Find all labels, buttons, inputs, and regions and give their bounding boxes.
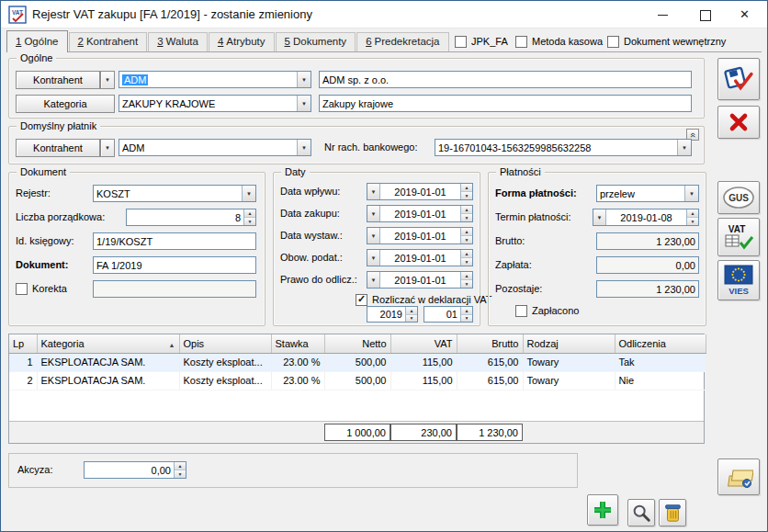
table-cell: 2: [9, 371, 37, 390]
date-spinner[interactable]: [460, 228, 472, 243]
chevron-down-icon[interactable]: [242, 186, 255, 201]
calendar-dropdown-icon[interactable]: [367, 206, 380, 221]
korekta-option[interactable]: Korekta: [16, 282, 67, 295]
dokument-number-field[interactable]: FA 1/2019: [93, 256, 256, 274]
tab-predekretacja[interactable]: 6Predekretacja: [356, 32, 448, 51]
tab-kontrahent[interactable]: 2Kontrahent: [69, 32, 148, 51]
maximize-button[interactable]: [690, 1, 721, 28]
table-cell: 500,00: [324, 353, 390, 371]
column-header[interactable]: Netto: [324, 334, 390, 353]
tab-dokumenty[interactable]: 5Dokumenty: [276, 32, 356, 51]
metoda-kasowa-checkbox[interactable]: [515, 36, 527, 48]
date-spinner[interactable]: [460, 250, 472, 266]
column-header[interactable]: Opis: [179, 334, 271, 353]
id-ksiegowy-field[interactable]: 1/19/KOSZT: [93, 232, 256, 250]
rok-field[interactable]: 2019: [367, 306, 418, 323]
zaplacono-option[interactable]: Zapłacono: [515, 304, 579, 317]
save-button[interactable]: [717, 58, 760, 100]
nr-rach-combo[interactable]: 19-16701043-1563259985632258: [435, 139, 692, 156]
data-wplywu-field[interactable]: 2019-01-01: [367, 183, 473, 200]
number-spinner[interactable]: [243, 209, 255, 225]
miesiac-field[interactable]: 01: [424, 306, 473, 323]
gus-button[interactable]: GUS: [717, 181, 760, 214]
calendar-dropdown-icon[interactable]: [593, 209, 606, 225]
tab-ogolne[interactable]: 1Ogólne: [6, 30, 68, 52]
kategoria-button[interactable]: Kategoria: [16, 95, 115, 113]
metoda-kasowa-option[interactable]: Metoda kasowa: [515, 35, 603, 48]
obow-podat-field[interactable]: 2019-01-01: [367, 249, 473, 266]
dokument-wewnetrzny-option[interactable]: Dokument wewnętrzny: [607, 35, 726, 48]
prawo-odlicz-field[interactable]: 2019-01-01: [367, 271, 473, 289]
pozostaje-field: 1 230,00: [596, 280, 699, 298]
akcyza-field[interactable]: 0,00: [84, 461, 186, 479]
termin-platnosci-field[interactable]: 2019-01-08: [593, 209, 699, 226]
plus-icon: [592, 499, 614, 521]
chevron-down-icon[interactable]: [684, 186, 698, 201]
column-header[interactable]: Brutto: [457, 334, 523, 353]
documents-button[interactable]: [717, 458, 760, 495]
calendar-dropdown-icon[interactable]: [367, 272, 380, 288]
table-cell: 23.00 %: [271, 371, 324, 390]
chevron-down-icon[interactable]: [297, 96, 311, 111]
column-header[interactable]: VAT: [390, 334, 457, 353]
column-header[interactable]: Odliczenia: [615, 334, 706, 353]
platnik-kontrahent-button[interactable]: Kontrahent: [16, 139, 100, 157]
save-icon: [724, 64, 753, 94]
vat-check-button[interactable]: VAT: [717, 218, 760, 256]
tab-atrybuty[interactable]: 4Atrybuty: [209, 32, 275, 51]
tab-waluta[interactable]: 3Waluta: [148, 32, 208, 51]
group-ogolne-legend: Ogólne: [17, 52, 56, 64]
delete-position-button[interactable]: [659, 499, 686, 526]
cancel-button[interactable]: [717, 106, 760, 139]
platnik-kontrahent-button-dropdown[interactable]: [100, 139, 115, 157]
jpk-fa-option[interactable]: JPK_FA: [455, 35, 508, 48]
date-spinner[interactable]: [460, 272, 472, 288]
zaplacono-checkbox[interactable]: [515, 305, 527, 317]
svg-text:VIES: VIES: [728, 286, 749, 296]
date-spinner[interactable]: [460, 184, 472, 199]
jpk-fa-checkbox[interactable]: [455, 36, 467, 48]
table-row[interactable]: 2EKSPLOATACJA SAM.Koszty eksploat...23.0…: [9, 371, 706, 390]
column-header[interactable]: Lp: [9, 334, 37, 353]
year-spinner[interactable]: [405, 307, 417, 322]
rejestr-combo[interactable]: KOSZT: [93, 185, 256, 202]
kontrahent-code-combo[interactable]: ADM: [119, 71, 311, 88]
brutto-label: Brutto:: [495, 232, 525, 250]
rozliczac-vat-option[interactable]: Rozliczać w deklaracji VAT: [356, 293, 491, 306]
summary-brutto: 1 230,00: [457, 424, 523, 441]
table-row[interactable]: 1EKSPLOATACJA SAM.Koszty eksploat...23.0…: [9, 353, 706, 371]
kontrahent-button-dropdown[interactable]: [100, 71, 115, 89]
data-wystaw-field[interactable]: 2019-01-01: [367, 227, 473, 244]
table-cell: EKSPLOATACJA SAM.: [37, 353, 179, 371]
chevron-down-icon[interactable]: [677, 140, 691, 155]
calendar-dropdown-icon[interactable]: [367, 184, 380, 199]
number-spinner[interactable]: [174, 462, 186, 478]
kontrahent-button[interactable]: Kontrahent: [16, 71, 100, 89]
column-header[interactable]: Rodzaj: [523, 334, 615, 353]
column-header[interactable]: Kategoria: [37, 334, 179, 353]
kontrahent-name-field[interactable]: ADM sp. z o.o.: [319, 71, 692, 88]
column-header[interactable]: Stawka: [271, 334, 324, 353]
close-button[interactable]: [730, 1, 762, 28]
calendar-dropdown-icon[interactable]: [367, 228, 380, 243]
zaplata-field: 0,00: [596, 256, 699, 274]
liczba-porzadkowa-field[interactable]: 8: [126, 209, 256, 226]
date-spinner[interactable]: [686, 209, 698, 225]
kategoria-code-combo[interactable]: ZAKUPY KRAJOWE: [119, 95, 311, 112]
calendar-dropdown-icon[interactable]: [367, 250, 380, 266]
rozliczac-vat-checkbox[interactable]: [356, 294, 367, 306]
dokument-wewnetrzny-checkbox[interactable]: [607, 36, 619, 48]
platnik-code-combo[interactable]: ADM: [119, 139, 311, 156]
chevron-down-icon[interactable]: [297, 72, 311, 87]
month-spinner[interactable]: [460, 307, 472, 322]
edit-position-button[interactable]: [627, 499, 655, 526]
data-zakupu-field[interactable]: 2019-01-01: [367, 205, 473, 222]
korekta-checkbox[interactable]: [16, 283, 28, 295]
minimize-button[interactable]: [648, 1, 679, 28]
forma-platnosci-combo[interactable]: przelew: [596, 185, 699, 202]
chevron-down-icon[interactable]: [297, 140, 311, 155]
date-spinner[interactable]: [460, 206, 472, 221]
add-position-button[interactable]: [587, 494, 618, 526]
kategoria-desc-field[interactable]: Zakupy krajowe: [319, 95, 692, 112]
vies-button[interactable]: VIES: [717, 260, 760, 300]
